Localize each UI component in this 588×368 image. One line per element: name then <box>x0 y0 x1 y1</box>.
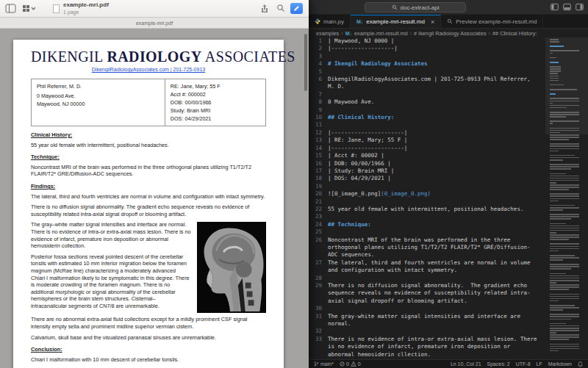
line-number[interactable]: 8 <box>309 98 328 106</box>
cursor-position[interactable]: Ln 10, Col 21 <box>451 361 481 367</box>
line-number[interactable]: 23 <box>309 213 328 220</box>
patient-study: Study: Brain MRI <box>171 107 260 115</box>
tab-markdown-preview[interactable]: Preview example-mri-result.md <box>441 15 543 28</box>
line-number[interactable]: 19 <box>309 183 328 190</box>
line-number[interactable]: 10 <box>309 114 328 121</box>
line-content: 0 Maywood Ave. <box>328 98 539 106</box>
indentation-setting[interactable]: Spaces: 2 <box>487 361 510 367</box>
section-clinical-history: Clinical History: 55 year old female wit… <box>31 131 266 148</box>
line-number[interactable]: 18 <box>309 175 328 182</box>
line-number[interactable]: 13 <box>309 137 328 144</box>
line-content <box>328 228 539 236</box>
chevron-right-icon: › <box>341 30 343 37</box>
line-number[interactable]: 1 <box>309 37 328 45</box>
pdf-scrollbar[interactable] <box>304 34 307 91</box>
eol-setting[interactable]: LF <box>537 361 542 367</box>
line-number[interactable]: 12 <box>309 129 328 137</box>
language-mode[interactable]: Markdown <box>548 361 572 367</box>
minimap[interactable] <box>545 37 588 359</box>
line-number[interactable]: 7 <box>309 91 328 98</box>
markup-button[interactable] <box>290 3 303 14</box>
line-number[interactable]: 20 <box>309 190 328 198</box>
line-content: ## Clinical History: <box>328 114 539 121</box>
line-number[interactable]: 30 <box>309 305 328 312</box>
close-icon[interactable]: × <box>431 18 434 26</box>
line-number[interactable]: 26 <box>309 237 328 259</box>
toggle-panel-icon[interactable] <box>563 3 571 11</box>
line-content: ![0_image_0.png](0_image_0.png) <box>328 190 539 198</box>
encoding-setting[interactable]: UTF-8 <box>516 361 531 367</box>
breadcrumb-symbol-h1[interactable]: # Ikengil Radiology Associates <box>414 30 487 37</box>
sidebar-toggle-icon[interactable] <box>5 4 16 13</box>
line-content <box>328 107 539 114</box>
vscode-title-bar: doc-extract-api <box>309 0 588 15</box>
share-icon[interactable] <box>260 4 269 13</box>
title-part-3: ASSOCIATES <box>202 48 295 65</box>
tab-main-py[interactable]: main.py <box>309 15 351 28</box>
line-content: There is no diffusion signal abnormality… <box>328 282 539 305</box>
window-title: example-mri.pdf <box>63 1 109 8</box>
line-number[interactable]: 17 <box>309 167 328 175</box>
line-content <box>328 53 539 60</box>
line-number[interactable]: 14 <box>309 145 328 152</box>
line-content: | RE: Jane, Mary; 55 F | <box>328 137 539 144</box>
line-content: | DOB: 00/00/1966 | <box>328 160 539 167</box>
preview-window: example-mri.pdf 1 page example-mri.pdf D… <box>0 0 309 368</box>
breadcrumb-file[interactable]: example-mri-result.md <box>354 30 408 37</box>
line-number[interactable]: 28 <box>309 275 328 282</box>
line-number[interactable]: 6 <box>309 76 328 91</box>
paragraph: Chiari I malformation with 10 mm descent… <box>31 356 266 364</box>
pdf-viewport[interactable]: DIKENGIL RADIOLOGY ASSOCIATES DikengilRa… <box>0 29 309 368</box>
preview-tab[interactable]: example-mri.pdf <box>136 21 173 26</box>
notifications-bell-icon[interactable] <box>578 361 583 367</box>
line-number[interactable]: 21 <box>309 198 328 206</box>
problems-indicator[interactable]: 0 0 <box>340 361 361 367</box>
branch-icon <box>314 361 319 367</box>
referrer-city: Maywood, NJ 00000 <box>37 100 159 108</box>
line-number[interactable]: 16 <box>309 160 328 167</box>
line-number[interactable]: 31 <box>309 313 328 328</box>
line-number[interactable]: 9 <box>309 107 328 114</box>
breadcrumb-symbol-h2[interactable]: ## Clinical History: <box>492 30 537 37</box>
line-number[interactable]: 25 <box>309 228 328 236</box>
document-body: Clinical History: 55 year old female wit… <box>31 131 266 363</box>
warning-count: 0 <box>358 361 361 367</box>
line-number[interactable]: 4 <box>309 60 328 68</box>
branch-name: main* <box>320 361 334 367</box>
section-conclusion: Conclusion: Chiari I malformation with 1… <box>31 346 266 363</box>
line-number[interactable]: 29 <box>309 282 328 305</box>
toggle-sidebar-icon[interactable] <box>551 3 559 11</box>
line-number[interactable]: 32 <box>309 328 328 335</box>
line-number[interactable]: 33 <box>309 336 328 358</box>
line-number[interactable]: 27 <box>309 259 328 275</box>
line-number[interactable]: 2 <box>309 45 328 52</box>
line-number[interactable]: 5 <box>309 68 328 76</box>
contact-link[interactable]: DikengilRadiologyAssociates.com | 201-72… <box>31 67 266 72</box>
search-icon[interactable] <box>276 4 285 12</box>
preview-icon <box>447 18 453 24</box>
line-content: | Maywood, NJ 0000 | <box>328 37 539 45</box>
line-number[interactable]: 15 <box>309 152 328 159</box>
patient-re: RE: Jane, Mary; 55 F <box>171 82 260 90</box>
patient-acct: Acct #: 000002 <box>171 90 260 98</box>
line-number[interactable]: 11 <box>309 121 328 129</box>
line-content <box>328 121 539 129</box>
line-number[interactable]: 24 <box>309 221 328 228</box>
patient-dob: DOB: 00/00/1966 <box>171 98 260 107</box>
referrer-street: 0 Maywood Ave. <box>37 92 159 100</box>
paragraph: Noncontrast MRI of the brain was perform… <box>31 164 266 178</box>
line-content <box>328 213 539 220</box>
toggle-secondary-sidebar-icon[interactable] <box>576 3 584 11</box>
tab-example-mri-result[interactable]: M↓ example-mri-result.md × <box>351 15 441 28</box>
line-number[interactable]: 3 <box>309 53 328 60</box>
view-options-icon[interactable] <box>22 4 37 13</box>
line-number[interactable]: 22 <box>309 206 328 213</box>
line-content: |----------------------| <box>328 129 539 137</box>
error-icon <box>340 361 345 367</box>
breadcrumb-folder[interactable]: examples <box>316 30 339 37</box>
git-branch-indicator[interactable]: main* <box>314 361 334 367</box>
command-center[interactable]: doc-extract-api <box>365 2 466 12</box>
breadcrumb: examples › M↓ example-mri-result.md › # … <box>309 29 588 37</box>
chevron-right-icon: › <box>489 30 490 37</box>
line-content: # Ikengil Radiology Associates <box>328 60 539 68</box>
